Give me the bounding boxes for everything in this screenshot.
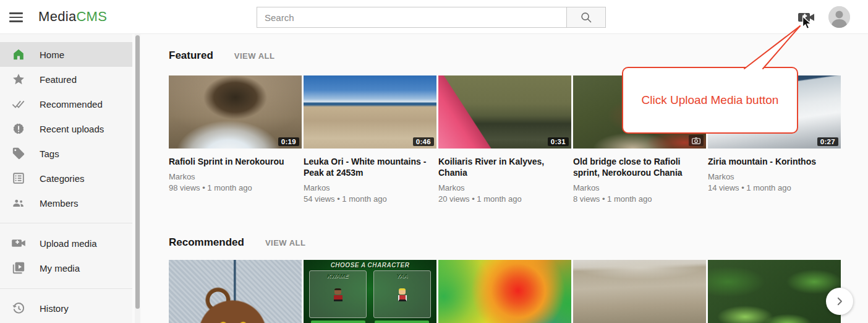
recommended-cards-row: CHOOSE A CHARACTER KWAME YAA Selected Se… <box>141 260 868 323</box>
star-icon <box>11 72 26 87</box>
history-icon <box>11 301 26 316</box>
sidebar: Home Featured Recommended R <box>0 34 132 323</box>
chevron-right-icon <box>834 296 845 307</box>
duration-badge: 0:27 <box>817 137 838 146</box>
media-author: Markos <box>708 171 841 182</box>
sidebar-item-members[interactable]: Members <box>0 191 132 215</box>
recommended-heading: Recommended <box>169 236 244 249</box>
media-meta: 8 views • 1 month ago <box>573 193 706 205</box>
search-bar <box>257 7 606 28</box>
game-selected-button: Selected <box>311 321 365 323</box>
game-character-name: KWAME <box>310 273 366 279</box>
sidebar-item-recommended[interactable]: Recommended <box>0 92 132 116</box>
media-card: 0:31 Koiliaris River in Kalyves, Chania … <box>438 75 571 202</box>
sidebar-item-label: Members <box>40 198 79 209</box>
tutorial-callout: Click Upload Media button <box>622 67 798 134</box>
sidebar-item-upload-media[interactable]: Upload media <box>0 231 132 256</box>
video-thumbnail[interactable]: 0:31 <box>438 75 571 149</box>
game-character-name: YAA <box>374 273 430 279</box>
sidebar-item-history[interactable]: History <box>0 296 132 321</box>
media-card: 0:46 Leuka Ori - White mountains - Peak … <box>304 75 436 202</box>
video-thumbnail[interactable]: CHOOSE A CHARACTER KWAME YAA Selected Se… <box>304 260 436 323</box>
media-title-link[interactable]: Old bridge close to Rafioli sprint, Nero… <box>573 156 706 178</box>
search-button[interactable] <box>567 7 606 28</box>
media-title-link[interactable]: Ziria mountain - Korinthos <box>708 156 841 167</box>
duration-badge: 0:19 <box>278 137 299 146</box>
sidebar-item-label: Recommended <box>40 99 103 110</box>
media-title-link[interactable]: Leuka Ori - White mountains - Peak at 24… <box>304 156 436 178</box>
sidebar-scrollbar <box>135 34 140 323</box>
game-character-panel: KWAME <box>309 270 367 318</box>
sidebar-item-label: Recent uploads <box>40 124 104 134</box>
sidebar-item-label: Tags <box>40 149 59 159</box>
game-character-sprite <box>398 288 407 301</box>
camera-badge <box>689 135 704 146</box>
video-call-icon <box>11 236 26 251</box>
duration-badge: 0:31 <box>548 137 569 146</box>
hamburger-menu-icon[interactable] <box>9 10 25 25</box>
video-thumbnail[interactable] <box>573 260 706 323</box>
sidebar-item-label: Categories <box>40 173 85 184</box>
logo-part-cms: CMS <box>76 9 107 24</box>
media-meta: 98 views • 1 month ago <box>169 182 302 194</box>
sidebar-divider <box>0 288 132 289</box>
media-title-link[interactable]: Rafioli Sprint in Nerokourou <box>169 156 302 167</box>
media-meta: 54 views • 1 month ago <box>304 193 436 205</box>
media-author: Markos <box>438 183 571 193</box>
sidebar-divider <box>0 223 132 223</box>
video-thumbnail[interactable]: 0:19 <box>169 75 302 149</box>
recommended-view-all-link[interactable]: VIEW ALL <box>265 238 306 248</box>
sidebar-item-home[interactable]: Home <box>0 42 132 67</box>
search-input[interactable] <box>257 7 567 28</box>
media-author: Markos <box>304 183 436 193</box>
game-character-sprite <box>333 288 343 301</box>
media-author: Markos <box>573 183 706 193</box>
media-meta: 20 views • 1 month ago <box>438 193 571 205</box>
sidebar-item-my-media[interactable]: My media <box>0 256 132 280</box>
sidebar-item-recent-uploads[interactable]: Recent uploads <box>0 116 132 141</box>
sidebar-item-label: History <box>40 303 69 314</box>
featured-heading: Featured <box>169 50 213 62</box>
home-icon <box>11 47 26 62</box>
tag-icon <box>11 146 26 161</box>
top-bar: MediaCMS <box>0 0 868 34</box>
callout-text: Click Upload Media button <box>642 93 779 107</box>
sidebar-item-tags[interactable]: Tags <box>0 141 132 166</box>
sidebar-item-featured[interactable]: Featured <box>0 67 132 92</box>
sidebar-item-label: Home <box>40 50 64 60</box>
sidebar-item-label: Featured <box>40 74 77 85</box>
video-thumbnail[interactable]: 0:46 <box>304 75 436 149</box>
carousel-next-button[interactable] <box>826 288 853 315</box>
person-icon <box>828 6 850 28</box>
recommended-section: Recommended VIEW ALL CHOOSE A CHARACTER … <box>141 236 868 323</box>
duration-badge: 0:46 <box>413 137 434 146</box>
video-library-icon <box>11 261 26 275</box>
new-releases-icon <box>11 121 26 136</box>
sidebar-item-categories[interactable]: Categories <box>0 166 132 191</box>
list-alt-icon <box>11 171 26 186</box>
sidebar-item-label: My media <box>40 263 80 273</box>
app-logo[interactable]: MediaCMS <box>38 9 107 25</box>
sidebar-scrollbar-thumb[interactable] <box>135 35 140 309</box>
game-title-text: CHOOSE A CHARACTER <box>304 262 436 269</box>
media-meta: 14 views • 1 month ago <box>708 182 841 194</box>
sidebar-item-label: Upload media <box>40 238 97 249</box>
camera-icon <box>692 137 700 144</box>
featured-view-all-link[interactable]: VIEW ALL <box>234 51 275 61</box>
game-select-button: Select <box>375 321 429 323</box>
people-icon <box>11 196 26 210</box>
media-title-link[interactable]: Koiliaris River in Kalyves, Chania <box>438 156 571 178</box>
video-thumbnail[interactable] <box>169 260 302 323</box>
double-check-icon <box>11 97 26 111</box>
user-avatar[interactable] <box>828 6 850 28</box>
media-card: 0:19 Rafioli Sprint in Nerokourou Markos… <box>169 75 302 202</box>
upload-media-button[interactable] <box>798 10 815 25</box>
logo-part-media: Media <box>38 9 76 24</box>
video-upload-icon <box>798 10 815 25</box>
game-character-panel: YAA <box>373 270 431 318</box>
search-icon <box>579 11 593 24</box>
video-thumbnail[interactable] <box>438 260 571 323</box>
video-thumbnail[interactable] <box>708 260 841 323</box>
media-author: Markos <box>169 171 302 182</box>
